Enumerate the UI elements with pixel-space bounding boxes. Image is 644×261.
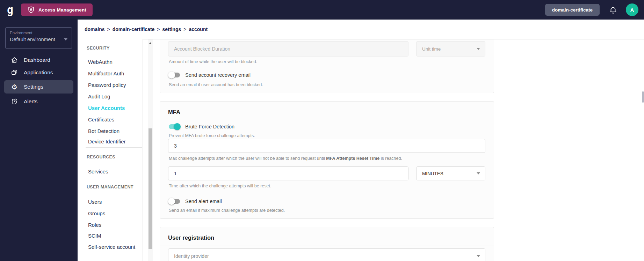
- top-bar: g Access Management domain-certificate: [0, 0, 644, 20]
- brute-force-toggle-row: Brute Force Detection: [168, 123, 234, 130]
- send-alert-email-toggle[interactable]: [168, 198, 181, 205]
- subnav-item-roles[interactable]: Roles: [88, 222, 101, 228]
- subnav-item-user-accounts[interactable]: User Accounts: [88, 105, 125, 111]
- gravitee-logo-icon[interactable]: g: [7, 4, 13, 15]
- scrollbar-thumb[interactable]: [149, 128, 152, 249]
- sidebar-item-settings[interactable]: ⚙ Settings: [4, 80, 73, 94]
- sidebar-item-label: Dashboard: [24, 57, 50, 63]
- subnav-item-audit-log[interactable]: Audit Log: [88, 94, 110, 99]
- shield-lock-icon: [27, 6, 35, 14]
- user-avatar[interactable]: A: [626, 3, 638, 16]
- alarm-clock-icon: [10, 98, 18, 105]
- unit-time-select[interactable]: Unit time: [416, 41, 485, 57]
- reset-time-value: 1: [174, 171, 177, 176]
- environment-label: Environment: [10, 31, 67, 35]
- subnav-divider: [86, 147, 142, 148]
- breadcrumb-separator: >: [183, 27, 186, 32]
- brute-force-hint: Prevent MFA brute force challenge attemp…: [169, 133, 255, 138]
- account-blocked-duration-input[interactable]: Account Blocked Duration: [168, 41, 408, 57]
- reset-time-input[interactable]: 1: [168, 166, 408, 180]
- user-registration-card: User registration Identity provider: [160, 227, 494, 261]
- subnav-item-certificates[interactable]: Certificates: [88, 117, 114, 122]
- max-attempts-hint: Max challenge attempts after which the u…: [169, 156, 402, 161]
- breadcrumb-separator: >: [107, 27, 110, 32]
- sidebar-item-label: Settings: [24, 84, 43, 90]
- environment-value: Default environment: [10, 37, 55, 42]
- breadcrumb-separator: >: [157, 27, 160, 32]
- reset-time-hint: Time after which the challenge attempts …: [169, 184, 271, 188]
- breadcrumb-domain-certificate[interactable]: domain-certificate: [113, 27, 155, 32]
- page-scrollbar-thumb[interactable]: [642, 91, 644, 103]
- sidebar-item-label: Applications: [24, 69, 53, 76]
- recovery-hint: Send an email if user account has been b…: [169, 82, 263, 87]
- scrollbar-up-arrow-icon[interactable]: [149, 42, 152, 44]
- brute-force-detection-toggle[interactable]: [168, 123, 181, 130]
- chevron-down-icon: [64, 38, 67, 40]
- alert-email-toggle-row: Send alert email: [168, 198, 222, 205]
- access-management-badge[interactable]: Access Management: [21, 3, 93, 16]
- sidebar-item-label: Alerts: [24, 98, 38, 105]
- card-divider: [160, 246, 494, 246]
- current-domain-chip[interactable]: domain-certificate: [545, 4, 600, 16]
- subnav-item-password-policy[interactable]: Password policy: [88, 82, 126, 88]
- mfa-card: MFA Brute Force Detection Prevent MFA br…: [160, 101, 494, 219]
- subnav-item-users[interactable]: Users: [88, 199, 102, 205]
- panel-top-border: [78, 39, 644, 39]
- product-badge-label: Access Management: [38, 7, 86, 13]
- card-divider: [160, 120, 494, 120]
- breadcrumb: domains > domain-certificate > settings …: [85, 20, 208, 39]
- chevron-down-icon: [477, 172, 480, 174]
- reset-time-unit-select[interactable]: MINUTES: [416, 166, 485, 180]
- subnav-item-bot-detection[interactable]: Bot Detection: [88, 128, 120, 134]
- send-recovery-email-toggle[interactable]: [168, 72, 181, 79]
- recovery-email-toggle-row: Send account recovery email: [168, 72, 251, 79]
- max-attempts-input[interactable]: 3: [168, 139, 485, 153]
- notifications-bell-icon[interactable]: [609, 6, 617, 14]
- applications-icon: [10, 69, 18, 76]
- alert-toggle-label: Send alert email: [185, 199, 222, 204]
- gear-icon: ⚙: [10, 83, 18, 90]
- subnav-divider: [86, 178, 142, 178]
- subnav-item-scim[interactable]: SCIM: [88, 233, 101, 239]
- chevron-down-icon: [477, 255, 480, 257]
- subnav-item-services[interactable]: Services: [88, 169, 108, 174]
- main-sidebar: Environment Default environment Dashboar…: [0, 20, 78, 261]
- subnav-item-webauthn[interactable]: WebAuthn: [88, 59, 113, 65]
- sidebar-item-applications[interactable]: Applications: [4, 66, 73, 79]
- breadcrumb-settings[interactable]: settings: [162, 27, 181, 32]
- content-scrollbar[interactable]: [148, 39, 153, 261]
- alert-hint: Send an email if maximum challenge attem…: [169, 208, 285, 213]
- subnav-section-resources: RESOURCES: [87, 155, 115, 159]
- user-registration-title: User registration: [168, 234, 214, 241]
- breadcrumb-account[interactable]: account: [189, 27, 208, 32]
- subnav-section-user-management: USER MANAGEMENT: [87, 185, 133, 189]
- account-blocked-duration-placeholder: Account Blocked Duration: [174, 46, 230, 52]
- app-window: g Access Management domain-certificate: [0, 0, 644, 261]
- reset-time-unit-value: MINUTES: [422, 171, 443, 176]
- chevron-down-icon: [477, 48, 480, 50]
- settings-subnav: SECURITY WebAuthn Multifactor Auth Passw…: [78, 39, 143, 261]
- account-blocked-card: Account Blocked Duration Unit time Amoun…: [160, 39, 494, 93]
- max-attempts-value: 3: [174, 143, 177, 149]
- brute-force-label: Brute Force Detection: [185, 124, 234, 129]
- environment-selector[interactable]: Environment Default environment: [5, 27, 72, 49]
- subnav-item-groups[interactable]: Groups: [88, 210, 105, 216]
- recovery-toggle-label: Send account recovery email: [185, 72, 251, 78]
- breadcrumb-domains[interactable]: domains: [85, 27, 105, 32]
- identity-provider-placeholder: Identity provider: [174, 253, 209, 259]
- mfa-card-title: MFA: [168, 109, 180, 115]
- subnav-item-device-identifier[interactable]: Device Identifier: [88, 139, 126, 144]
- subnav-item-self-service-account[interactable]: Self-service account: [88, 244, 135, 250]
- sidebar-item-dashboard[interactable]: Dashboard: [4, 53, 73, 67]
- duration-hint: Amount of time while the user will be bl…: [169, 59, 257, 64]
- settings-content: Account Blocked Duration Unit time Amoun…: [154, 39, 644, 261]
- sidebar-item-alerts[interactable]: Alerts: [4, 95, 73, 108]
- identity-provider-select[interactable]: Identity provider: [168, 248, 485, 261]
- home-icon: [10, 57, 18, 64]
- subnav-section-security: SECURITY: [87, 46, 110, 51]
- unit-time-placeholder: Unit time: [422, 46, 441, 52]
- topbar-right: domain-certificate A: [545, 3, 644, 16]
- subnav-item-multifactor-auth[interactable]: Multifactor Auth: [88, 70, 124, 76]
